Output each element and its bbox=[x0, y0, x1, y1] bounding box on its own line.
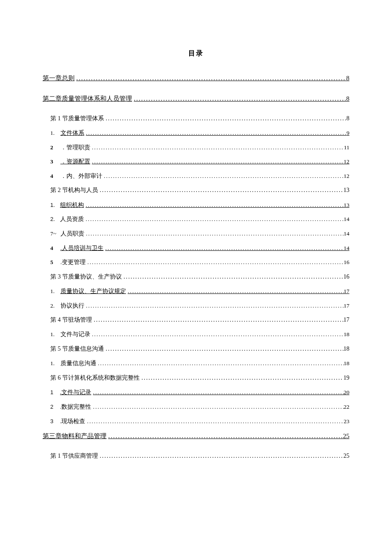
toc-entry-label: 第 4 节驻场管理 bbox=[50, 316, 92, 324]
toc-entry[interactable]: 3 ．资源配置.................................… bbox=[50, 158, 349, 166]
toc-leader-dots: ........................................… bbox=[90, 144, 344, 151]
toc-entry-label: 4 .人员培训与卫生 bbox=[50, 244, 104, 252]
toc-entry-page: 16 bbox=[344, 259, 350, 266]
toc-entry[interactable]: 第三章物料和产品管理..............................… bbox=[43, 432, 349, 441]
toc-entry-page: 12 bbox=[344, 158, 350, 166]
toc-leader-dots: ........................................… bbox=[96, 360, 344, 367]
toc-entry[interactable]: 第 3 节质量协议、生产协议..........................… bbox=[50, 273, 349, 281]
toc-leader-dots: ........................................… bbox=[75, 74, 346, 83]
toc-entry-label: 1. 质量信息沟通 bbox=[50, 360, 96, 367]
toc-leader-dots: ........................................… bbox=[104, 115, 346, 122]
toc-entry-page: 25 bbox=[343, 432, 349, 441]
toc-entry[interactable]: 5 .变更管理.................................… bbox=[50, 259, 349, 266]
toc-entry[interactable]: 4 ．内、外部审计...............................… bbox=[50, 172, 349, 180]
toc-entry[interactable]: 第 1 节质量管理体系.............................… bbox=[50, 115, 349, 122]
toc-entry-label: 第三章物料和产品管理 bbox=[43, 432, 107, 441]
toc-leader-dots: ........................................… bbox=[140, 374, 343, 382]
toc-leader-dots: ........................................… bbox=[126, 288, 344, 295]
toc-leader-dots: ........................................… bbox=[85, 418, 343, 425]
toc-leader-dots: ........................................… bbox=[107, 432, 343, 441]
toc-leader-dots: ........................................… bbox=[91, 389, 343, 396]
toc-entry-label: 第 2 节机构与人员 bbox=[50, 186, 98, 194]
toc-title: 目录 bbox=[43, 49, 349, 58]
toc-entry[interactable]: 1. 组织机构.................................… bbox=[50, 201, 349, 209]
toc-entry-page: 23 bbox=[344, 418, 350, 425]
toc-entry[interactable]: 1. 质量协议、生产协议规定..........................… bbox=[50, 288, 349, 295]
toc-entry-label: 3 .现场检查 bbox=[50, 418, 85, 425]
toc-entry[interactable]: 2 ．管理职责.................................… bbox=[50, 144, 349, 151]
toc-entry[interactable]: 第 5 节质量信息沟通.............................… bbox=[50, 345, 349, 353]
toc-entry[interactable]: 7~ 人员职责.................................… bbox=[50, 230, 349, 238]
toc-entry-page: 8 bbox=[346, 95, 350, 103]
toc-entry-label: 第一章总则 bbox=[43, 74, 75, 83]
toc-entry-page: 9 bbox=[346, 129, 349, 137]
toc-entry-label: 1. 质量协议、生产协议规定 bbox=[50, 288, 126, 295]
toc-entry[interactable]: 第 1 节供应商管理..............................… bbox=[50, 452, 349, 460]
toc-entry-label: 第二章质量管理体系和人员管理 bbox=[43, 95, 132, 103]
toc-entry-label: 1. 文件体系 bbox=[50, 129, 84, 137]
toc-leader-dots: ........................................… bbox=[84, 215, 344, 223]
toc-entry-label: 1. 文件与记录 bbox=[50, 331, 90, 338]
table-of-contents: 第一章总则...................................… bbox=[43, 74, 349, 460]
toc-entry[interactable]: 2 .数据完整性................................… bbox=[50, 403, 349, 411]
toc-entry-page: 8 bbox=[346, 115, 349, 122]
toc-entry-label: 第 3 节质量协议、生产协议 bbox=[50, 273, 122, 281]
toc-entry-page: 13 bbox=[343, 186, 349, 194]
toc-entry-label: 第 1 节供应商管理 bbox=[50, 452, 98, 460]
toc-entry[interactable]: 第一章总则...................................… bbox=[43, 74, 349, 83]
toc-leader-dots: ........................................… bbox=[132, 95, 346, 103]
toc-leader-dots: ........................................… bbox=[104, 244, 344, 252]
toc-entry-page: 18 bbox=[343, 345, 349, 353]
toc-entry[interactable]: 1. 文件与记录................................… bbox=[50, 331, 349, 338]
toc-entry-label: 第 6 节计算机化系统和数据完整性 bbox=[50, 374, 140, 382]
toc-entry-page: 16 bbox=[343, 273, 349, 281]
toc-entry[interactable]: 4 .人员培训与卫生..............................… bbox=[50, 244, 349, 252]
toc-leader-dots: ........................................… bbox=[91, 403, 343, 411]
toc-entry-page: 18 bbox=[344, 331, 350, 338]
toc-entry[interactable]: 第 4 节驻场管理...............................… bbox=[50, 316, 349, 324]
toc-leader-dots: ........................................… bbox=[84, 201, 344, 209]
toc-entry-page: 20 bbox=[344, 389, 350, 396]
toc-entry[interactable]: 2. 协议执行.................................… bbox=[50, 302, 349, 310]
toc-entry[interactable]: 1. 质量信息沟通...............................… bbox=[50, 360, 349, 367]
toc-leader-dots: ........................................… bbox=[98, 452, 343, 460]
toc-leader-dots: ........................................… bbox=[90, 331, 344, 338]
toc-entry-page: 22 bbox=[344, 403, 350, 411]
toc-leader-dots: ........................................… bbox=[102, 172, 344, 180]
toc-leader-dots: ........................................… bbox=[84, 302, 344, 310]
toc-entry-page: 19 bbox=[343, 374, 349, 382]
toc-entry[interactable]: 2. 人员资质.................................… bbox=[50, 215, 349, 223]
toc-leader-dots: ........................................… bbox=[84, 230, 344, 238]
toc-entry-label: 2. 协议执行 bbox=[50, 302, 84, 310]
toc-entry-label: 2. 人员资质 bbox=[50, 215, 84, 223]
toc-entry[interactable]: 1 .文件与记录................................… bbox=[50, 389, 349, 396]
toc-leader-dots: ........................................… bbox=[86, 259, 344, 266]
toc-entry[interactable]: 3 .现场检查.................................… bbox=[50, 418, 349, 425]
toc-entry-label: 5 .变更管理 bbox=[50, 259, 86, 266]
toc-leader-dots: ........................................… bbox=[90, 158, 344, 166]
toc-leader-dots: ........................................… bbox=[122, 273, 343, 281]
toc-entry-label: 第 5 节质量信息沟通 bbox=[50, 345, 104, 353]
toc-entry-page: 17 bbox=[344, 288, 350, 295]
toc-entry-page: 14 bbox=[344, 230, 350, 238]
toc-entry-label: 第 1 节质量管理体系 bbox=[50, 115, 104, 122]
toc-leader-dots: ........................................… bbox=[92, 316, 343, 324]
toc-entry-page: 14 bbox=[344, 244, 350, 252]
toc-entry-label: 1 .文件与记录 bbox=[50, 389, 91, 396]
toc-entry-page: 25 bbox=[343, 452, 349, 460]
toc-entry-label: 1. 组织机构 bbox=[50, 201, 84, 209]
toc-entry-page: 13 bbox=[344, 201, 350, 209]
toc-entry-page: 18 bbox=[344, 360, 350, 367]
toc-entry-page: 11 bbox=[344, 144, 349, 151]
toc-leader-dots: ........................................… bbox=[104, 345, 343, 353]
toc-entry[interactable]: 1. 文件体系.................................… bbox=[50, 129, 349, 137]
toc-entry-label: 3 ．资源配置 bbox=[50, 158, 90, 166]
toc-entry[interactable]: 第 6 节计算机化系统和数据完整性.......................… bbox=[50, 374, 349, 382]
toc-entry-label: 7~ 人员职责 bbox=[50, 230, 84, 238]
toc-entry-page: 17 bbox=[343, 316, 349, 324]
toc-entry[interactable]: 第二章质量管理体系和人员管理..........................… bbox=[43, 95, 349, 103]
toc-entry[interactable]: 第 2 节机构与人员..............................… bbox=[50, 186, 349, 194]
toc-entry-page: 12 bbox=[344, 172, 350, 180]
document-page: 目录 第一章总则................................… bbox=[0, 0, 392, 492]
toc-entry-label: 4 ．内、外部审计 bbox=[50, 172, 102, 180]
